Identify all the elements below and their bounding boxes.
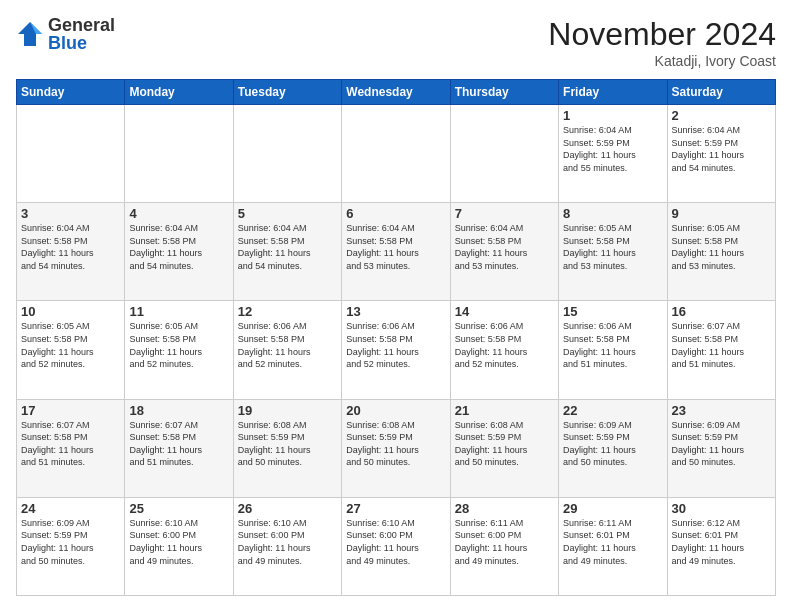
calendar-cell [450, 105, 558, 203]
calendar-cell: 10Sunrise: 6:05 AM Sunset: 5:58 PM Dayli… [17, 301, 125, 399]
calendar-cell: 1Sunrise: 6:04 AM Sunset: 5:59 PM Daylig… [559, 105, 667, 203]
day-info: Sunrise: 6:05 AM Sunset: 5:58 PM Dayligh… [129, 320, 228, 370]
logo-general: General [48, 16, 115, 34]
col-header-monday: Monday [125, 80, 233, 105]
day-number: 9 [672, 206, 771, 221]
title-block: November 2024 Katadji, Ivory Coast [548, 16, 776, 69]
week-row-2: 10Sunrise: 6:05 AM Sunset: 5:58 PM Dayli… [17, 301, 776, 399]
week-row-1: 3Sunrise: 6:04 AM Sunset: 5:58 PM Daylig… [17, 203, 776, 301]
day-number: 20 [346, 403, 445, 418]
week-row-3: 17Sunrise: 6:07 AM Sunset: 5:58 PM Dayli… [17, 399, 776, 497]
day-number: 18 [129, 403, 228, 418]
calendar-cell: 26Sunrise: 6:10 AM Sunset: 6:00 PM Dayli… [233, 497, 341, 595]
day-info: Sunrise: 6:04 AM Sunset: 5:59 PM Dayligh… [672, 124, 771, 174]
day-number: 12 [238, 304, 337, 319]
calendar-cell [125, 105, 233, 203]
day-number: 10 [21, 304, 120, 319]
col-header-thursday: Thursday [450, 80, 558, 105]
col-header-friday: Friday [559, 80, 667, 105]
day-info: Sunrise: 6:05 AM Sunset: 5:58 PM Dayligh… [563, 222, 662, 272]
calendar-cell: 29Sunrise: 6:11 AM Sunset: 6:01 PM Dayli… [559, 497, 667, 595]
day-info: Sunrise: 6:07 AM Sunset: 5:58 PM Dayligh… [672, 320, 771, 370]
day-number: 5 [238, 206, 337, 221]
calendar-cell [342, 105, 450, 203]
day-number: 26 [238, 501, 337, 516]
day-info: Sunrise: 6:06 AM Sunset: 5:58 PM Dayligh… [238, 320, 337, 370]
day-info: Sunrise: 6:04 AM Sunset: 5:58 PM Dayligh… [21, 222, 120, 272]
calendar-cell: 16Sunrise: 6:07 AM Sunset: 5:58 PM Dayli… [667, 301, 775, 399]
week-row-4: 24Sunrise: 6:09 AM Sunset: 5:59 PM Dayli… [17, 497, 776, 595]
header-row: SundayMondayTuesdayWednesdayThursdayFrid… [17, 80, 776, 105]
col-header-wednesday: Wednesday [342, 80, 450, 105]
calendar-cell: 2Sunrise: 6:04 AM Sunset: 5:59 PM Daylig… [667, 105, 775, 203]
calendar-cell: 5Sunrise: 6:04 AM Sunset: 5:58 PM Daylig… [233, 203, 341, 301]
location: Katadji, Ivory Coast [548, 53, 776, 69]
day-number: 8 [563, 206, 662, 221]
col-header-saturday: Saturday [667, 80, 775, 105]
day-info: Sunrise: 6:05 AM Sunset: 5:58 PM Dayligh… [21, 320, 120, 370]
calendar-cell: 23Sunrise: 6:09 AM Sunset: 5:59 PM Dayli… [667, 399, 775, 497]
calendar-cell: 11Sunrise: 6:05 AM Sunset: 5:58 PM Dayli… [125, 301, 233, 399]
calendar-cell: 13Sunrise: 6:06 AM Sunset: 5:58 PM Dayli… [342, 301, 450, 399]
calendar-cell: 8Sunrise: 6:05 AM Sunset: 5:58 PM Daylig… [559, 203, 667, 301]
day-info: Sunrise: 6:07 AM Sunset: 5:58 PM Dayligh… [129, 419, 228, 469]
logo-icon [16, 20, 44, 48]
day-info: Sunrise: 6:06 AM Sunset: 5:58 PM Dayligh… [346, 320, 445, 370]
calendar-cell: 4Sunrise: 6:04 AM Sunset: 5:58 PM Daylig… [125, 203, 233, 301]
day-info: Sunrise: 6:05 AM Sunset: 5:58 PM Dayligh… [672, 222, 771, 272]
day-info: Sunrise: 6:08 AM Sunset: 5:59 PM Dayligh… [346, 419, 445, 469]
day-info: Sunrise: 6:12 AM Sunset: 6:01 PM Dayligh… [672, 517, 771, 567]
day-number: 14 [455, 304, 554, 319]
logo-text: General Blue [48, 16, 115, 52]
day-number: 3 [21, 206, 120, 221]
day-info: Sunrise: 6:04 AM Sunset: 5:58 PM Dayligh… [346, 222, 445, 272]
calendar-cell: 21Sunrise: 6:08 AM Sunset: 5:59 PM Dayli… [450, 399, 558, 497]
day-info: Sunrise: 6:11 AM Sunset: 6:01 PM Dayligh… [563, 517, 662, 567]
calendar-cell: 27Sunrise: 6:10 AM Sunset: 6:00 PM Dayli… [342, 497, 450, 595]
day-info: Sunrise: 6:09 AM Sunset: 5:59 PM Dayligh… [672, 419, 771, 469]
day-number: 28 [455, 501, 554, 516]
calendar-cell: 20Sunrise: 6:08 AM Sunset: 5:59 PM Dayli… [342, 399, 450, 497]
day-info: Sunrise: 6:04 AM Sunset: 5:58 PM Dayligh… [129, 222, 228, 272]
calendar-cell: 15Sunrise: 6:06 AM Sunset: 5:58 PM Dayli… [559, 301, 667, 399]
week-row-0: 1Sunrise: 6:04 AM Sunset: 5:59 PM Daylig… [17, 105, 776, 203]
day-info: Sunrise: 6:11 AM Sunset: 6:00 PM Dayligh… [455, 517, 554, 567]
day-number: 19 [238, 403, 337, 418]
calendar-cell: 14Sunrise: 6:06 AM Sunset: 5:58 PM Dayli… [450, 301, 558, 399]
day-number: 29 [563, 501, 662, 516]
calendar-cell: 7Sunrise: 6:04 AM Sunset: 5:58 PM Daylig… [450, 203, 558, 301]
calendar-cell: 19Sunrise: 6:08 AM Sunset: 5:59 PM Dayli… [233, 399, 341, 497]
month-title: November 2024 [548, 16, 776, 53]
day-info: Sunrise: 6:10 AM Sunset: 6:00 PM Dayligh… [129, 517, 228, 567]
day-number: 21 [455, 403, 554, 418]
day-number: 17 [21, 403, 120, 418]
day-info: Sunrise: 6:07 AM Sunset: 5:58 PM Dayligh… [21, 419, 120, 469]
day-number: 27 [346, 501, 445, 516]
day-number: 30 [672, 501, 771, 516]
calendar-cell: 17Sunrise: 6:07 AM Sunset: 5:58 PM Dayli… [17, 399, 125, 497]
calendar: SundayMondayTuesdayWednesdayThursdayFrid… [16, 79, 776, 596]
logo: General Blue [16, 16, 115, 52]
day-info: Sunrise: 6:10 AM Sunset: 6:00 PM Dayligh… [346, 517, 445, 567]
calendar-cell: 12Sunrise: 6:06 AM Sunset: 5:58 PM Dayli… [233, 301, 341, 399]
day-info: Sunrise: 6:08 AM Sunset: 5:59 PM Dayligh… [238, 419, 337, 469]
calendar-cell: 6Sunrise: 6:04 AM Sunset: 5:58 PM Daylig… [342, 203, 450, 301]
day-number: 1 [563, 108, 662, 123]
calendar-cell: 28Sunrise: 6:11 AM Sunset: 6:00 PM Dayli… [450, 497, 558, 595]
day-info: Sunrise: 6:06 AM Sunset: 5:58 PM Dayligh… [455, 320, 554, 370]
day-info: Sunrise: 6:09 AM Sunset: 5:59 PM Dayligh… [563, 419, 662, 469]
day-number: 13 [346, 304, 445, 319]
day-info: Sunrise: 6:08 AM Sunset: 5:59 PM Dayligh… [455, 419, 554, 469]
calendar-cell: 25Sunrise: 6:10 AM Sunset: 6:00 PM Dayli… [125, 497, 233, 595]
calendar-cell: 9Sunrise: 6:05 AM Sunset: 5:58 PM Daylig… [667, 203, 775, 301]
day-number: 23 [672, 403, 771, 418]
col-header-tuesday: Tuesday [233, 80, 341, 105]
calendar-cell: 30Sunrise: 6:12 AM Sunset: 6:01 PM Dayli… [667, 497, 775, 595]
day-number: 2 [672, 108, 771, 123]
day-info: Sunrise: 6:06 AM Sunset: 5:58 PM Dayligh… [563, 320, 662, 370]
logo-blue: Blue [48, 34, 115, 52]
day-number: 25 [129, 501, 228, 516]
day-number: 16 [672, 304, 771, 319]
calendar-cell: 24Sunrise: 6:09 AM Sunset: 5:59 PM Dayli… [17, 497, 125, 595]
calendar-cell [17, 105, 125, 203]
